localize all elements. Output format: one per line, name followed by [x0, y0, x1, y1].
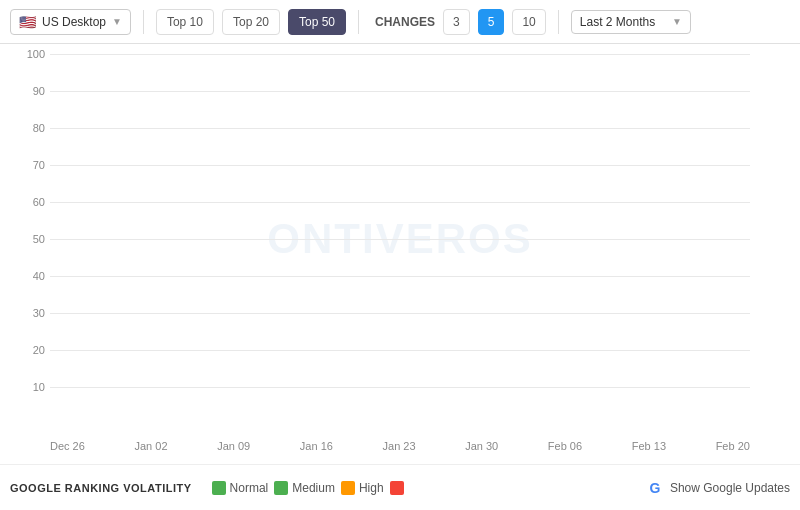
y-axis-label: 60 [33, 196, 45, 208]
chart-inner: ONTIVEROS 100908070605040302010Dec 26Jan… [50, 54, 750, 424]
legend-normal-icon [212, 481, 226, 495]
google-updates-label: Show Google Updates [670, 481, 790, 495]
changes-3-button[interactable]: 3 [443, 9, 470, 35]
grid-line [50, 54, 750, 55]
months-chevron-icon: ▼ [672, 16, 682, 27]
x-axis-label: Feb 06 [548, 440, 582, 452]
x-axis-label: Dec 26 [50, 440, 85, 452]
months-selector[interactable]: Last 2 Months ▼ [571, 10, 691, 34]
y-axis-label: 50 [33, 233, 45, 245]
footer: GOOGLE RANKING VOLATILITY Normal Medium … [0, 464, 800, 510]
x-axis-label: Jan 23 [383, 440, 416, 452]
legend-medium-label: Medium [292, 481, 335, 495]
grid-line [50, 239, 750, 240]
grid-line [50, 313, 750, 314]
divider-3 [558, 10, 559, 34]
grid-line [50, 91, 750, 92]
grid-line [50, 202, 750, 203]
changes-5-button[interactable]: 5 [478, 9, 505, 35]
y-axis-label: 70 [33, 159, 45, 171]
legend-red [390, 481, 404, 495]
top10-button[interactable]: Top 10 [156, 9, 214, 35]
legend: Normal Medium High [212, 481, 404, 495]
y-axis-label: 10 [33, 381, 45, 393]
region-selector[interactable]: 🇺🇸 US Desktop ▼ [10, 9, 131, 35]
grid-line [50, 276, 750, 277]
y-axis-label: 20 [33, 344, 45, 356]
legend-medium: Medium [274, 481, 335, 495]
divider-2 [358, 10, 359, 34]
divider-1 [143, 10, 144, 34]
top20-button[interactable]: Top 20 [222, 9, 280, 35]
x-axis-labels: Dec 26Jan 02Jan 09Jan 16Jan 23Jan 30Feb … [50, 440, 750, 452]
legend-medium-icon [274, 481, 288, 495]
legend-high-label: High [359, 481, 384, 495]
top50-button[interactable]: Top 50 [288, 9, 346, 35]
x-axis-label: Jan 02 [135, 440, 168, 452]
y-axis-label: 30 [33, 307, 45, 319]
y-axis-label: 40 [33, 270, 45, 282]
region-chevron-icon: ▼ [112, 16, 122, 27]
x-axis-label: Feb 20 [716, 440, 750, 452]
y-axis-label: 100 [27, 48, 45, 60]
grid-line [50, 387, 750, 388]
flag-icon: 🇺🇸 [19, 14, 36, 30]
x-axis-label: Jan 16 [300, 440, 333, 452]
grid-line [50, 350, 750, 351]
changes-label: CHANGES [375, 15, 435, 29]
legend-high: High [341, 481, 384, 495]
legend-red-icon [390, 481, 404, 495]
grid-line [50, 165, 750, 166]
x-axis-label: Feb 13 [632, 440, 666, 452]
grid-line [50, 128, 750, 129]
footer-title: GOOGLE RANKING VOLATILITY [10, 482, 192, 494]
legend-normal: Normal [212, 481, 269, 495]
toolbar: 🇺🇸 US Desktop ▼ Top 10 Top 20 Top 50 CHA… [0, 0, 800, 44]
x-axis-label: Jan 09 [217, 440, 250, 452]
y-axis-label: 80 [33, 122, 45, 134]
region-label: US Desktop [42, 15, 106, 29]
legend-normal-label: Normal [230, 481, 269, 495]
google-updates-button[interactable]: G Show Google Updates [646, 479, 790, 497]
chart-area: ONTIVEROS 100908070605040302010Dec 26Jan… [0, 44, 800, 464]
months-label: Last 2 Months [580, 15, 666, 29]
changes-10-button[interactable]: 10 [512, 9, 545, 35]
legend-high-icon [341, 481, 355, 495]
x-axis-label: Jan 30 [465, 440, 498, 452]
google-icon: G [646, 479, 664, 497]
y-axis-label: 90 [33, 85, 45, 97]
